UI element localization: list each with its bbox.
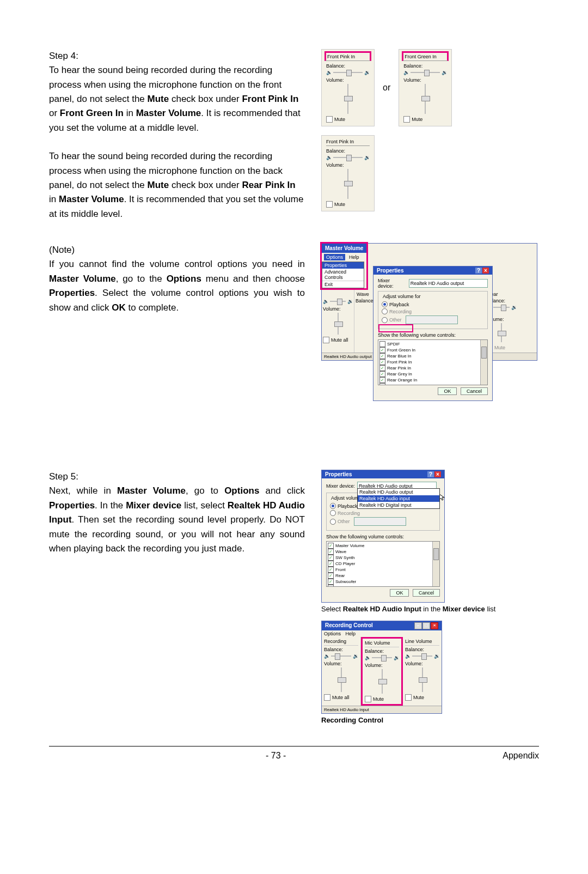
dropdown-option-selected[interactable]: Realtek HD Audio input <box>358 495 439 502</box>
groupbox-label: Adjust volume for <box>382 294 422 299</box>
text: list <box>485 605 496 613</box>
checkbox-icon[interactable] <box>379 371 385 377</box>
menu-help[interactable]: Help <box>346 631 356 636</box>
ok-button[interactable]: OK <box>438 387 457 395</box>
dropdown-option[interactable]: Realtek HD Digital input <box>358 502 439 508</box>
radio-recording[interactable]: Recording <box>382 308 484 314</box>
mute-checkbox[interactable]: Mute <box>326 116 370 123</box>
volume-slider[interactable] <box>342 169 353 199</box>
list-item: Subwoofer <box>328 579 438 585</box>
menu-options[interactable]: Options <box>324 631 341 636</box>
balance-label: Balance: <box>326 148 370 154</box>
front-green-in-panel: Front Green In Balance: 🔈🔉 Volume: Mute <box>399 49 452 126</box>
mute-all-checkbox[interactable]: Mute all <box>323 337 353 343</box>
mute-all-checkbox[interactable]: Mute all <box>324 694 358 701</box>
balance-slider[interactable]: 🔈🔉 <box>326 70 370 75</box>
chan-title: Front Green In <box>402 51 449 61</box>
volume-controls-list[interactable]: SPDIF Front Green In Rear Blue In Front … <box>378 339 488 385</box>
balance-label: Balance: <box>324 647 358 652</box>
volume-slider[interactable] <box>333 313 344 335</box>
speaker-right-icon: 🔉 <box>353 653 358 659</box>
mute-label: Mute <box>412 117 422 122</box>
volume-slider[interactable] <box>496 323 507 342</box>
balance-slider[interactable]: 🔈🔉 <box>324 653 358 659</box>
label: Other <box>338 519 350 524</box>
checkbox-icon[interactable] <box>379 359 385 365</box>
title-text: Recording Control <box>325 622 373 629</box>
checkbox-icon[interactable] <box>379 341 385 347</box>
minimize-icon[interactable]: – <box>414 622 422 629</box>
volume-controls-list[interactable]: Master Volume Wave SW Synth CD Player Fr… <box>326 541 440 587</box>
checkbox-icon[interactable] <box>379 353 385 359</box>
radio-other[interactable]: Other <box>330 517 436 526</box>
balance-slider[interactable]: 🔈🔉 <box>403 70 447 75</box>
menu-help[interactable]: Help <box>347 254 362 260</box>
list-item: Rear Grey In <box>379 371 486 377</box>
menu-item-exit[interactable]: Exit <box>322 281 364 288</box>
checkbox-icon[interactable] <box>379 377 385 383</box>
checkbox-icon[interactable] <box>328 585 334 587</box>
balance-slider[interactable]: 🔈🔉 <box>405 653 439 659</box>
mute-checkbox[interactable]: Mute <box>365 696 399 702</box>
volume-slider[interactable] <box>417 667 428 692</box>
dropdown-option[interactable]: Realtek HD Audio output <box>358 489 439 495</box>
label: Rear Orange In <box>387 377 417 383</box>
window-titlebar[interactable]: Recording Control – □ × <box>322 621 442 630</box>
balance-slider[interactable]: 🔈🔉 <box>365 655 399 660</box>
mute-checkbox[interactable]: Mute <box>403 116 447 123</box>
radio-recording[interactable]: Recording <box>330 510 436 516</box>
volume-slider[interactable] <box>342 84 353 114</box>
mv-col-master: 🔈🔉 Volume: Mute all <box>322 290 354 353</box>
checkbox-icon[interactable] <box>328 579 334 585</box>
close-icon[interactable]: × <box>482 268 489 274</box>
mute-checkbox[interactable]: Mute <box>405 694 439 701</box>
checkbox-icon[interactable] <box>379 383 385 385</box>
radio-playback[interactable]: Playback <box>382 301 484 307</box>
close-icon[interactable]: × <box>434 471 441 477</box>
speaker-right-icon: 🔉 <box>347 299 353 304</box>
volume-slider[interactable] <box>377 669 388 694</box>
menu-item-properties[interactable]: Properties <box>322 262 364 269</box>
label: Mute <box>494 345 505 350</box>
scrollbar[interactable] <box>432 542 439 586</box>
maximize-icon[interactable]: □ <box>422 622 430 629</box>
checkbox-icon[interactable] <box>328 543 334 549</box>
checkbox-icon[interactable] <box>328 555 334 561</box>
col-title: Mic Volume <box>365 640 399 647</box>
ok-button[interactable]: OK <box>390 589 409 597</box>
cancel-button[interactable]: Cancel <box>413 589 440 597</box>
menu-item-advanced[interactable]: Advanced Controls <box>322 269 364 281</box>
help-icon[interactable]: ? <box>475 268 482 274</box>
close-icon[interactable]: × <box>431 622 438 629</box>
volume-slider[interactable] <box>420 84 431 114</box>
mixer-device-select[interactable]: Realtek HD Audio output <box>409 279 488 288</box>
scrollbar[interactable] <box>480 340 487 385</box>
show-controls-label: Show the following volume controls: <box>378 332 488 338</box>
text: or <box>49 108 60 118</box>
checkbox-icon[interactable] <box>328 567 334 573</box>
checkbox-icon[interactable] <box>379 365 385 371</box>
volume-slider[interactable] <box>336 667 347 692</box>
speaker-right-icon: 🔉 <box>364 70 370 75</box>
mute-checkbox[interactable]: Mute <box>326 201 370 208</box>
checkbox-icon[interactable] <box>328 561 334 567</box>
window-titlebar[interactable]: Master Volume <box>322 244 366 253</box>
text: list, select <box>181 500 227 511</box>
cancel-button[interactable]: Cancel <box>461 387 488 395</box>
dialog-titlebar[interactable]: Properties ?× <box>322 470 444 478</box>
text: and click <box>259 485 305 496</box>
balance-slider[interactable]: 🔈🔉 <box>326 155 370 160</box>
checkbox-icon[interactable] <box>328 573 334 579</box>
balance-slider[interactable]: 🔈🔉 <box>323 299 353 304</box>
step5-body: Next, while in Master Volume, go to Opti… <box>49 484 305 556</box>
menu-options[interactable]: Options <box>324 254 345 260</box>
help-icon[interactable]: ? <box>427 471 434 477</box>
checkbox-icon[interactable] <box>379 347 385 353</box>
label: Center <box>335 585 348 587</box>
title-text: Properties <box>325 471 352 477</box>
text: Select <box>321 605 343 613</box>
radio-other[interactable]: Other <box>382 315 484 324</box>
balance-label: Balance: <box>403 63 447 69</box>
checkbox-icon[interactable] <box>328 549 334 555</box>
dialog-titlebar[interactable]: Properties ?× <box>373 266 492 275</box>
